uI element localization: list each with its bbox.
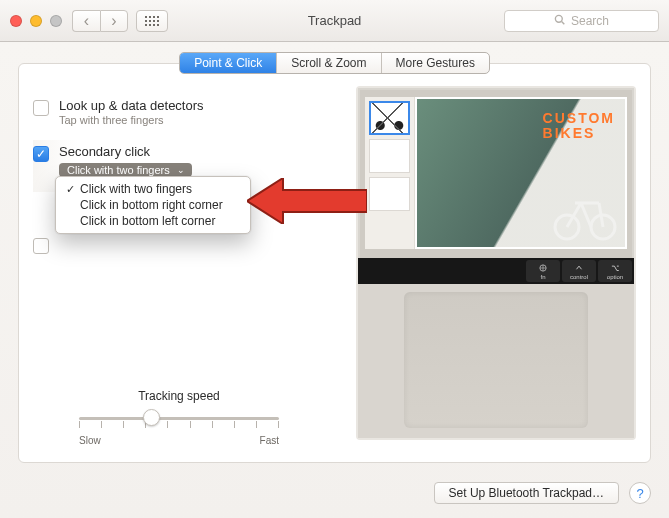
setup-bluetooth-button[interactable]: Set Up Bluetooth Trackpad… (434, 482, 619, 504)
menu-item-bottom-right[interactable]: Click in bottom right corner (56, 197, 250, 213)
tracking-speed-block: Tracking speed Slow Fast (61, 389, 297, 446)
preview-headline: CUSTOM BIKES (543, 111, 615, 140)
chevron-left-icon: ‹ (84, 12, 89, 30)
help-button[interactable]: ? (629, 482, 651, 504)
checkbox-secondary[interactable]: ✓ (33, 146, 49, 162)
search-icon (554, 14, 565, 27)
menu-item-label: Click in bottom left corner (80, 214, 215, 228)
menu-item-label: Click in bottom right corner (80, 198, 223, 212)
slider-knob[interactable] (143, 409, 160, 426)
key-fn: fn (526, 260, 560, 282)
titlebar: ‹ › Trackpad Search (0, 0, 669, 42)
checkbox-lookup[interactable] (33, 100, 49, 116)
secondary-click-menu: ✓ Click with two fingers Click in bottom… (55, 176, 251, 234)
option-lookup-title: Look up & data detectors (59, 98, 204, 113)
menu-item-label: Click with two fingers (80, 182, 192, 196)
minimize-window-icon[interactable] (30, 15, 42, 27)
zoom-window-icon (50, 15, 62, 27)
grid-icon (145, 16, 159, 26)
key-control: control (562, 260, 596, 282)
preview-thumbnails (365, 97, 415, 249)
tracking-speed-label: Tracking speed (138, 389, 220, 403)
tab-point-click[interactable]: Point & Click (180, 53, 277, 73)
check-icon: ✓ (36, 148, 46, 160)
gesture-preview: CUSTOM BIKES (356, 86, 636, 440)
search-input[interactable]: Search (504, 10, 659, 32)
tab-bar: Point & Click Scroll & Zoom More Gesture… (18, 52, 651, 74)
popup-label: Click with two fingers (67, 164, 170, 176)
close-window-icon[interactable] (10, 15, 22, 27)
preview-trackpad-surface (404, 292, 588, 428)
slider-max-label: Fast (260, 435, 279, 446)
window-controls (10, 15, 62, 27)
option-lookup-row: Look up & data detectors Tap with three … (33, 94, 333, 140)
slider-min-label: Slow (79, 435, 101, 446)
svg-line-1 (562, 22, 565, 25)
chevron-right-icon: › (111, 12, 116, 30)
secondary-click-popup[interactable]: Click with two fingers ⌄ (59, 163, 192, 177)
svg-point-0 (555, 15, 562, 22)
option-lookup-subtitle: Tap with three fingers (59, 114, 204, 126)
chevron-down-icon: ⌄ (176, 166, 186, 175)
option-secondary-title: Secondary click (59, 144, 192, 159)
main-panel: Look up & data detectors Tap with three … (18, 63, 651, 463)
nav-buttons: ‹ › (72, 10, 128, 32)
preview-touchbar: fn control option (358, 258, 634, 284)
menu-item-bottom-left[interactable]: Click in bottom left corner (56, 213, 250, 229)
tracking-speed-slider[interactable] (79, 407, 279, 431)
menu-item-two-fingers[interactable]: ✓ Click with two fingers (56, 181, 250, 197)
forward-button[interactable]: › (100, 10, 128, 32)
tab-scroll-zoom[interactable]: Scroll & Zoom (277, 53, 381, 73)
key-option: option (598, 260, 632, 282)
checkbox-third[interactable] (33, 238, 49, 254)
back-button[interactable]: ‹ (72, 10, 100, 32)
slider-labels: Slow Fast (79, 435, 279, 446)
content-area: Point & Click Scroll & Zoom More Gesture… (0, 42, 669, 518)
tab-more-gestures[interactable]: More Gestures (382, 53, 489, 73)
check-icon: ✓ (66, 183, 78, 196)
show-all-button[interactable] (136, 10, 168, 32)
bicycle-icon (551, 181, 619, 241)
footer: Set Up Bluetooth Trackpad… ? (434, 482, 651, 504)
search-placeholder: Search (571, 14, 609, 28)
